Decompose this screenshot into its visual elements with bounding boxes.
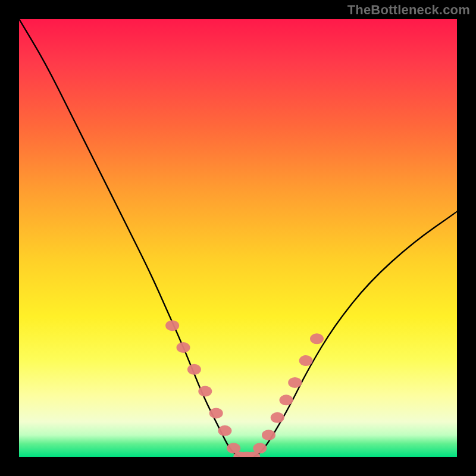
marker-point	[198, 386, 212, 397]
marker-point	[187, 364, 201, 375]
marker-point	[280, 394, 293, 405]
bottleneck-curve	[19, 19, 457, 457]
plot-area	[19, 19, 457, 457]
marker-point	[165, 320, 179, 331]
marker-point	[299, 355, 313, 366]
marker-point	[218, 425, 231, 436]
marker-point	[177, 342, 190, 353]
watermark-text: TheBottleneck.com	[347, 2, 470, 18]
marker-point	[262, 430, 275, 440]
marker-group	[165, 320, 324, 457]
marker-point	[271, 412, 284, 423]
marker-point	[288, 377, 302, 388]
marker-point	[209, 408, 223, 418]
chart-frame: TheBottleneck.com	[0, 0, 476, 476]
marker-point	[310, 333, 324, 344]
marker-point	[253, 443, 267, 453]
curve-layer	[19, 19, 457, 457]
